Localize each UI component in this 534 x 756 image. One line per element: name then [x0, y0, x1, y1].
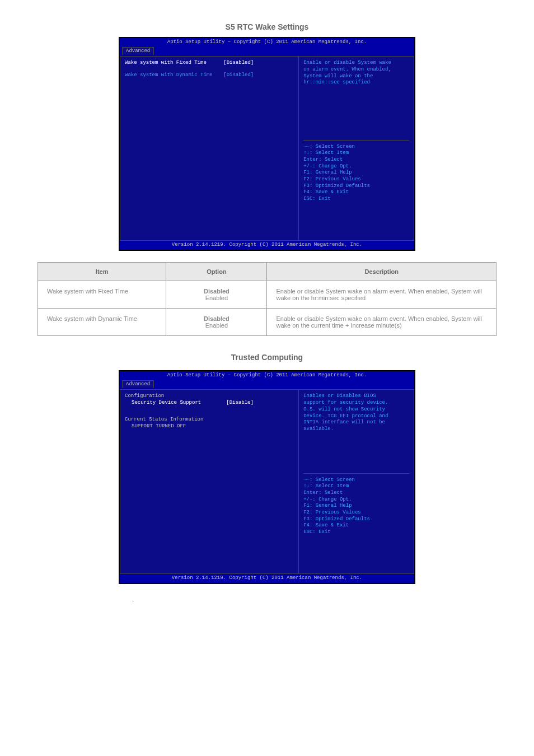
table-row: Wake system with Dynamic Time Disabled E… — [38, 309, 496, 336]
cell-item: Wake system with Dynamic Time — [38, 309, 166, 336]
nav-hint: ESC: Exit — [303, 529, 409, 536]
cell-description: Enable or disable System wake on alarm e… — [267, 309, 496, 336]
help-text: hr::min::sec specified — [303, 80, 409, 86]
nav-hint: F3: Optimized Defaults — [303, 516, 409, 523]
setting-wake-fixed-time[interactable]: Wake system with Fixed Time [Disabled] — [125, 60, 294, 67]
setting-security-device-support[interactable]: Security Device Support [Disable] — [125, 400, 294, 407]
nav-hint: F4: Save & Exit — [303, 522, 409, 529]
bios-header: Aptio Setup Utility – Copyright (C) 2011… — [120, 38, 414, 47]
help-text: System will wake on the — [303, 73, 409, 80]
section-label: Configuration — [125, 393, 294, 400]
bios-footer: Version 2.14.1219. Copyright (C) 2011 Am… — [120, 574, 414, 583]
bios-settings-pane: Wake system with Fixed Time [Disabled] W… — [120, 57, 299, 240]
help-text: on alarm event. When enabled, — [303, 67, 409, 73]
help-text: Enable or disable System wake — [303, 60, 409, 67]
setting-label: Wake system with Fixed Time — [125, 60, 223, 67]
nav-hint: ↑↓: Select Item — [303, 483, 409, 490]
help-text: Device. TCG EFI protocol and — [303, 413, 409, 420]
bios-footer: Version 2.14.1219. Copyright (C) 2011 Am… — [120, 241, 414, 250]
tab-advanced[interactable]: Advanced — [122, 380, 154, 389]
help-text: O.S. will not show Security — [303, 407, 409, 413]
bios-header: Aptio Setup Utility – Copyright (C) 2011… — [120, 371, 414, 380]
bios-screenshot-2: Aptio Setup Utility – Copyright (C) 2011… — [119, 370, 415, 584]
bios-help-pane: Enable or disable System wake on alarm e… — [299, 57, 414, 240]
setting-label: Wake system with Dynamic Time — [125, 72, 223, 79]
help-text: available. — [303, 426, 409, 433]
setting-value[interactable]: [Disabled] — [223, 60, 294, 67]
nav-hint: F2: Previous Values — [303, 510, 409, 516]
help-text: Enables or Disables BIOS — [303, 393, 409, 400]
bios-tab-row: Advanced — [120, 47, 414, 57]
nav-hint: F1: General Help — [303, 170, 409, 176]
bios-tab-row: Advanced — [120, 380, 414, 390]
help-text: support for security device. — [303, 400, 409, 407]
section-title-s5: S5 RTC Wake Settings — [0, 22, 534, 31]
bios-help-pane: Enables or Disables BIOS support for sec… — [299, 390, 414, 573]
nav-hint: F3: Optimized Defaults — [303, 183, 409, 190]
nav-hint: +/-: Change Opt. — [303, 497, 409, 503]
nav-hint: ESC: Exit — [303, 196, 409, 203]
cell-option: Disabled Enabled — [166, 281, 267, 309]
table-row: Wake system with Fixed Time Disabled Ena… — [38, 281, 496, 309]
table-header-option: Option — [166, 263, 267, 281]
nav-hint: +/-: Change Opt. — [303, 164, 409, 170]
setting-label: Security Device Support — [125, 400, 226, 407]
nav-hint: Enter: Select — [303, 157, 409, 164]
setting-value[interactable]: [Disabled] — [223, 72, 294, 79]
setting-value[interactable]: [Disable] — [226, 400, 294, 407]
caption-text: ， — [119, 595, 415, 604]
bios-settings-pane: Configuration Security Device Support [D… — [120, 390, 299, 573]
table-header-item: Item — [38, 263, 166, 281]
tab-advanced[interactable]: Advanced — [122, 47, 154, 55]
status-header: Current Status Information — [125, 417, 294, 423]
status-text: SUPPORT TURNED OFF — [125, 423, 294, 430]
cell-item: Wake system with Fixed Time — [38, 281, 166, 309]
nav-hint: F4: Save & Exit — [303, 189, 409, 196]
section-title-trusted: Trusted Computing — [0, 353, 534, 362]
cell-option: Disabled Enabled — [166, 309, 267, 336]
table-header-description: Description — [267, 263, 496, 281]
help-text: INT1A interface will not be — [303, 419, 409, 426]
setting-wake-dynamic-time[interactable]: Wake system with Dynamic Time [Disabled] — [125, 72, 294, 79]
bios-screenshot-1: Aptio Setup Utility – Copyright (C) 2011… — [119, 37, 415, 251]
nav-hint: F2: Previous Values — [303, 176, 409, 183]
nav-hint: Enter: Select — [303, 490, 409, 497]
nav-hint: F1: General Help — [303, 503, 409, 510]
nav-hint: →←: Select Screen — [303, 144, 409, 151]
cell-description: Enable or disable System wake on alarm e… — [267, 281, 496, 309]
settings-description-table: Item Option Description Wake system with… — [38, 262, 496, 336]
nav-hint: →←: Select Screen — [303, 477, 409, 484]
nav-hint: ↑↓: Select Item — [303, 150, 409, 157]
